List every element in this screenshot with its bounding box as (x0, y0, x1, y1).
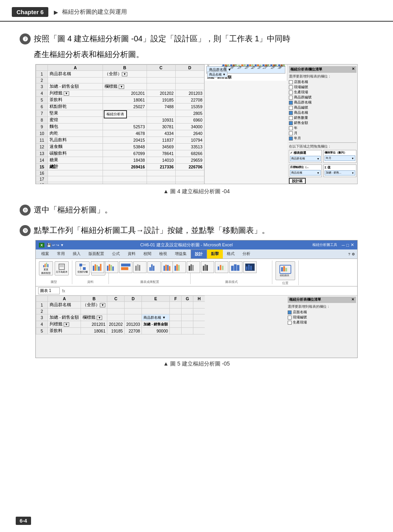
svg-rect-88 (176, 264, 178, 271)
ss2-close-icon[interactable]: ✕ (351, 297, 354, 301)
title-bar-left: X 💾 ↩ ↪ ▼ (39, 243, 64, 248)
chart-style-2[interactable] (187, 261, 200, 273)
header-title: 樞紐分析圖的建立與運用 (62, 8, 127, 16)
step-9-block: ❾ 點擊工作列「樞紐分析圖工具→設計」按鍵，並點擊「移動圖表」。 X 💾 ↩ ↪… (20, 224, 373, 368)
btn-change-chart-type[interactable]: 更更圖表類型 (39, 261, 53, 275)
col-zone: 欄例單位（數列） 年月 ▼ (323, 150, 356, 163)
chart-layout-2[interactable] (105, 261, 118, 273)
checkbox-site[interactable] (289, 91, 293, 94)
chart-style-6[interactable] (243, 261, 257, 273)
ss2-field-site: 生產現場 (288, 320, 356, 325)
checkbox-year[interactable] (289, 126, 293, 130)
help-icon[interactable]: ? (348, 252, 350, 256)
tab-data[interactable]: 資料 (124, 249, 140, 259)
tab-analyze[interactable]: 分析 (239, 249, 254, 259)
checkbox-group-num[interactable] (289, 96, 293, 100)
chart-layout-1[interactable] (91, 261, 104, 273)
chart-style-4[interactable] (215, 261, 228, 273)
checkbox-store[interactable] (289, 80, 293, 84)
row-zone-field[interactable]: 商品名稱 ▼ (290, 170, 321, 175)
maximize-icon[interactable]: □ (346, 243, 349, 248)
ribbon-group-type: 更更圖表類型 元字為範本 圖型 (39, 260, 72, 284)
tab-click[interactable]: 點擊 (207, 249, 223, 259)
col-header-a: A (48, 65, 103, 71)
tab-format[interactable]: 格式 (223, 249, 239, 259)
ss2-checkbox-site-num[interactable] (288, 316, 292, 320)
settings-icon[interactable]: ⚙ (352, 252, 355, 256)
svg-rect-82 (153, 266, 154, 271)
chart-style-5[interactable] (229, 261, 242, 273)
fig5-caption: ▲ 圖 5 建立樞紐分析圖 -05 (20, 360, 373, 368)
filter-zone-field[interactable]: 商品群名稱 ▼ (290, 156, 321, 161)
pivot-table: A B C D 1 商品群名稱 （全部）▼ (36, 65, 204, 184)
ribbon-group-style: 圖表樣式 (194, 260, 272, 284)
checkbox-prod-name[interactable] (289, 111, 293, 115)
checkbox-prod-num[interactable] (289, 106, 293, 110)
field-list-close-icon[interactable]: ✕ (352, 67, 355, 71)
svg-rect-66 (93, 266, 94, 271)
table-row: 4 列標籤 ▼ 201201 201202 201203 加總 - 銷售金額 (36, 321, 205, 328)
svg-rect-93 (203, 266, 204, 271)
style-icon-6 (244, 263, 255, 272)
pivot-table-label: 樞紐分析表 (104, 110, 127, 118)
chart-style-1[interactable] (173, 261, 186, 273)
value-zone: Σ 值 加總 - 銷售... ▼ (323, 164, 356, 177)
minimize-icon[interactable]: ─ (342, 243, 345, 248)
tab-review[interactable]: 校閱 (140, 249, 155, 259)
value-zone-title: Σ 值 (325, 166, 355, 170)
row-zone-dropdown[interactable]: ▼ (317, 172, 320, 174)
checkbox-month[interactable] (289, 131, 293, 135)
pivot-chart-area: 商品群名稱 ▼ 加總 - 銷售金額 樞紐分析圖 90000 80000 7000… (205, 65, 287, 81)
field-item-month: 月 (289, 131, 356, 136)
btn-save-template[interactable]: 元字為範本 (55, 261, 69, 275)
excel-icon: X (39, 243, 44, 248)
table-row: 3 加總 - 銷售金額 欄標籤 ▼ (36, 83, 204, 90)
chart-style-3[interactable] (201, 261, 214, 273)
svg-rect-105 (248, 265, 250, 270)
tab-addins[interactable]: 增益集 (171, 249, 191, 259)
name-box[interactable]: 圖表 1 (38, 287, 60, 294)
svg-rect-27 (241, 65, 243, 66)
col-header-d: D (175, 65, 204, 71)
spreadsheet-table-area: A B C D 1 商品群名稱 （全部）▼ (36, 65, 205, 184)
tab-design[interactable]: 設計 (191, 249, 207, 259)
svg-rect-71 (107, 266, 108, 271)
pivot-tools-badge: 樞紐分析圖工具 (309, 242, 340, 248)
value-zone-dropdown[interactable]: ▼ (352, 172, 354, 174)
chapter-badge: Chapter 6 (12, 7, 48, 17)
checkbox-amount[interactable] (289, 121, 293, 125)
checkbox-qty[interactable] (289, 116, 293, 120)
btn-move-chart[interactable]: 移動圖表 (275, 261, 295, 280)
close-icon[interactable]: ✕ (351, 242, 354, 248)
filter-zone-dropdown[interactable]: ▼ (317, 157, 320, 160)
checkbox-group-name[interactable] (289, 101, 293, 105)
col-zone-field[interactable]: 年月 ▼ (325, 155, 355, 161)
table-row: 4 列標籤 ▼ 201201 201202 201203 (36, 90, 204, 97)
style-icon-2 (188, 263, 199, 272)
svg-rect-95 (206, 265, 208, 271)
group-title-chart-style: 圖表樣式 (225, 279, 238, 284)
tab-view[interactable]: 檢視 (155, 249, 171, 259)
tab-home[interactable]: 常用 (53, 249, 69, 259)
excel-menu-bar: 檔案 常用 插入 版面配置 公式 資料 校閱 檢視 增益集 設計 點擊 格式 分… (36, 249, 357, 259)
table-row: 12 速食麵 53848 34569 33513 (36, 144, 204, 150)
chart-type-icon (42, 262, 50, 268)
chart-layout-3[interactable] (119, 261, 132, 273)
tab-layout[interactable]: 版面配置 (84, 249, 108, 259)
col-zone-dropdown[interactable]: ▼ (351, 157, 354, 160)
field-list-divider (289, 142, 356, 143)
tab-file[interactable]: 檔案 (37, 249, 53, 259)
table-row: 9 麵包 52573 30781 34000 (36, 124, 204, 130)
chart-layout-4[interactable] (133, 261, 147, 273)
chart-layout-5[interactable] (147, 261, 161, 273)
checkbox-yearmonth[interactable] (289, 137, 293, 140)
tab-formula[interactable]: 公式 (108, 249, 124, 259)
value-zone-field[interactable]: 加總 - 銷售... ▼ (325, 170, 355, 175)
btn-label: 更更圖表類型 (41, 268, 51, 275)
ss2-checkbox-site[interactable] (288, 321, 292, 325)
checkbox-site-num[interactable] (289, 85, 293, 89)
field-item-qty: 銷售數量 (289, 116, 356, 120)
btn-switch-row-col[interactable]: 切換列/欄 (75, 261, 90, 275)
tab-insert[interactable]: 插入 (69, 249, 84, 259)
ss2-checkbox-store[interactable] (288, 310, 292, 314)
